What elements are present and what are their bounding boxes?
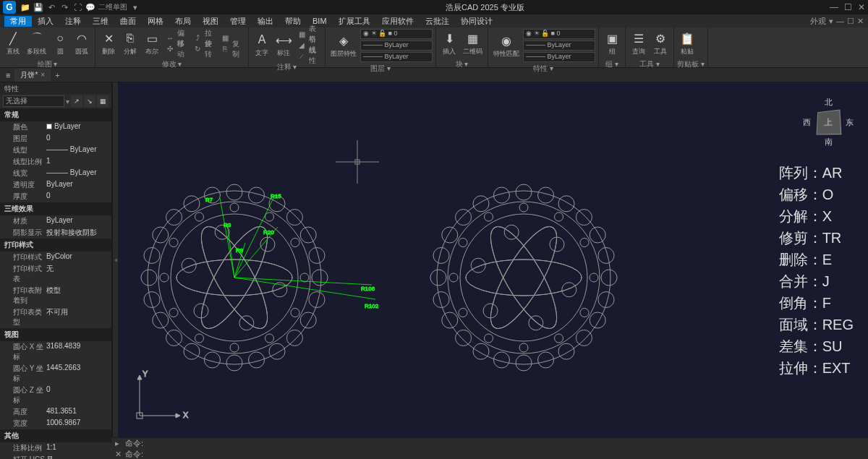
layer-selector[interactable]: ——— ByLayer (360, 52, 433, 62)
prop-row[interactable]: 图层0 (0, 133, 111, 145)
command-line[interactable]: ▸ 命令: ✕ 命令: (112, 437, 868, 459)
menu-item-10[interactable]: 帮助 (279, 16, 307, 27)
prop-row[interactable]: 圆心 Z 坐标0 (0, 385, 111, 406)
ribbon-small-tool[interactable]: ▦ (295, 29, 308, 39)
prop-row[interactable]: 线型——— ByLayer (0, 145, 111, 156)
prop-row[interactable]: 注释比例1:1 (0, 442, 111, 454)
ribbon-small-tool[interactable]: ◢ (295, 40, 308, 50)
menu-help-icon[interactable]: ☐ (847, 17, 854, 26)
qat-dropdown-icon[interactable]: ▾ (130, 2, 140, 12)
ribbon-tool-8-0[interactable]: 📋粘贴 (677, 29, 697, 58)
ribbon-tool-1-0[interactable]: ✕删除 (98, 29, 119, 58)
ribbon-small-tool[interactable]: 旋转 (205, 44, 218, 54)
tab-add-button[interactable]: + (51, 71, 64, 80)
prop-row[interactable]: 圆心 X 坐标3168.4839 (0, 341, 111, 363)
ribbon-tool-6-0[interactable]: ▣组 (602, 29, 622, 58)
tabs-menu-icon[interactable]: ≡ (6, 71, 14, 80)
ribbon-small-tool[interactable]: ⎘ (218, 44, 231, 54)
prop-row[interactable]: 颜色ByLayer (0, 121, 111, 133)
prop-row[interactable]: 阴影显示投射和接收阴影 (0, 227, 111, 239)
layer-selector[interactable]: ◉ ☀ 🔓 ■ 0 (523, 29, 595, 39)
prop-row[interactable]: 打印表类型不可用 (0, 306, 111, 328)
menu-item-9[interactable]: 输出 (252, 16, 279, 27)
prop-row[interactable]: 宽度1006.9867 (0, 418, 111, 429)
prop-row[interactable]: 线宽——— ByLayer (0, 168, 111, 179)
ribbon-small-tool[interactable]: ✣ (163, 44, 176, 54)
menu-item-0[interactable]: 常用 (4, 16, 32, 27)
prop-section-header[interactable]: 三维效果 (0, 202, 111, 215)
ribbon-tool-1-2[interactable]: ▭布尔 (142, 29, 162, 58)
ribbon-tool-4-0[interactable]: ⬇插入 (439, 29, 459, 58)
appearance-label[interactable]: 外观 (810, 16, 826, 27)
menu-item-1[interactable]: 插入 (32, 16, 59, 27)
drawing-canvas[interactable]: R102 R106 R20 R9 R7 R15 R3 北 南 东 西 上 阵列：… (118, 82, 868, 437)
prop-section-header[interactable]: 常规 (0, 108, 111, 121)
view-cube[interactable]: 北 南 东 西 上 (803, 97, 854, 147)
layer-selector[interactable]: ——— ByLayer (523, 40, 595, 51)
ribbon-small-tool[interactable]: 复制 (232, 44, 245, 54)
selection-dropdown[interactable]: 无选择 (3, 95, 64, 107)
ribbon-small-tool[interactable]: ⟋ (295, 51, 308, 61)
menu-minimize-icon[interactable]: — (836, 17, 844, 25)
select-objects-button[interactable]: ↘ (84, 95, 95, 107)
panel-collapse-button[interactable]: ◂ (112, 82, 118, 437)
minimize-button[interactable]: — (830, 2, 838, 12)
prop-row[interactable]: 打开 UCS 图标是 (0, 454, 111, 459)
menu-item-14[interactable]: 云批注 (420, 16, 455, 27)
qat-open-icon[interactable]: 📁 (20, 2, 30, 12)
close-button[interactable]: ✕ (858, 2, 865, 12)
prop-row[interactable]: 打印样式ByColor (0, 252, 111, 263)
prop-row[interactable]: 材质ByLayer (0, 215, 111, 227)
ribbon-tool-7-1[interactable]: ⚙工具 (650, 29, 671, 58)
menu-item-4[interactable]: 曲面 (114, 16, 142, 27)
quick-select-button[interactable]: ↗ (71, 95, 82, 107)
menu-item-6[interactable]: 布局 (169, 16, 197, 27)
menu-item-5[interactable]: 网格 (142, 16, 169, 27)
layer-selector[interactable]: ——— ByLayer (360, 40, 433, 51)
cmd-expand-icon[interactable]: ▸ (115, 439, 125, 448)
appearance-dropdown-icon[interactable]: ▾ (829, 17, 833, 26)
ribbon-tool-3-0[interactable]: ◈图层特性 (328, 31, 359, 60)
viewcube-north[interactable]: 北 (825, 97, 833, 108)
cmd-history-icon[interactable]: ✕ (115, 450, 125, 459)
viewcube-east[interactable]: 东 (846, 117, 854, 128)
qat-redo-icon[interactable]: ↷ (59, 2, 69, 12)
ribbon-tool-0-1[interactable]: ⌒多段线 (25, 29, 48, 58)
ucs-icon[interactable]: X Y (132, 365, 190, 423)
qat-undo-icon[interactable]: ↶ (46, 2, 56, 12)
ribbon-small-tool[interactable]: ▦ (218, 33, 231, 43)
prop-row[interactable]: 线型比例1 (0, 156, 111, 168)
qat-chat-icon[interactable]: 💬 (85, 2, 95, 12)
app-logo[interactable]: G (3, 1, 16, 14)
qat-workspace-label[interactable]: 二维单图 (98, 2, 127, 12)
viewcube-south[interactable]: 南 (825, 137, 833, 147)
prop-section-header[interactable]: 打印样式 (0, 239, 111, 252)
ribbon-small-tool[interactable]: ⤴ (191, 33, 204, 43)
ribbon-small-tool[interactable]: ↻ (191, 44, 204, 54)
qat-save-icon[interactable]: 💾 (33, 2, 43, 12)
ribbon-tool-2-0[interactable]: A文字 (252, 30, 272, 59)
prop-row[interactable]: 透明度ByLayer (0, 179, 111, 191)
prop-row[interactable]: 圆心 Y 坐标1445.2663 (0, 363, 111, 385)
menu-item-13[interactable]: 应用软件 (376, 16, 420, 27)
maximize-button[interactable]: ☐ (844, 2, 852, 12)
menu-item-7[interactable]: 视图 (197, 16, 224, 27)
document-tab[interactable]: 月饼* × (14, 69, 51, 82)
ribbon-tool-0-0[interactable]: ╱直线 (3, 29, 23, 58)
ribbon-tool-5-0[interactable]: ◉特性匹配 (491, 31, 522, 60)
ribbon-tool-0-2[interactable]: ○圆 (50, 29, 70, 58)
ribbon-tool-1-1[interactable]: ⎘分解 (120, 29, 140, 58)
prop-row[interactable]: 厚度0 (0, 191, 111, 202)
prop-section-header[interactable]: 其他 (0, 429, 111, 442)
layer-selector[interactable]: ——— ByLayer (523, 52, 595, 62)
menu-item-15[interactable]: 协同设计 (455, 16, 498, 27)
ribbon-tool-2-1[interactable]: ⟷标注 (273, 30, 294, 59)
prop-row[interactable]: 打印表附着到模型 (0, 285, 111, 306)
menu-item-3[interactable]: 三维 (87, 16, 114, 27)
layer-selector[interactable]: ◉ ☀ 🔓 ■ 0 (360, 29, 433, 39)
viewcube-west[interactable]: 西 (803, 117, 811, 128)
menu-close-icon[interactable]: ✕ (857, 17, 864, 26)
menu-item-2[interactable]: 注释 (59, 16, 87, 27)
prop-row[interactable]: 高度481.3651 (0, 406, 111, 418)
prop-section-header[interactable]: 视图 (0, 328, 111, 341)
